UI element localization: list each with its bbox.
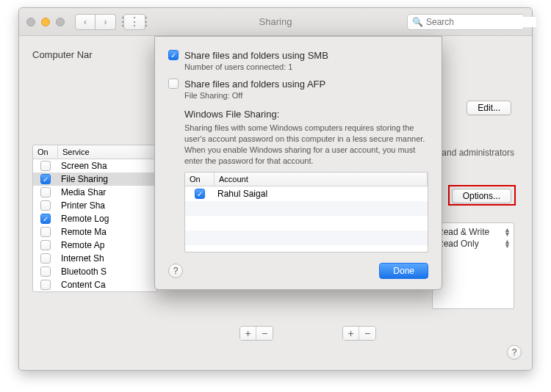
afp-subtext: File Sharing: Off [184,91,428,100]
service-row[interactable]: Remote Ma [33,225,156,239]
edit-button[interactable]: Edit... [467,101,511,115]
permissions-list[interactable]: Read & Write ▲▼ Read Only ▲▼ [432,222,514,309]
service-checkbox[interactable] [40,266,51,277]
account-checkbox[interactable]: ✓ [195,189,205,199]
service-checkbox[interactable] [40,280,51,290]
col-account: Account [215,173,428,186]
service-row[interactable]: Content Ca [33,278,156,291]
smb-label: Share files and folders using SMB [184,50,328,61]
service-row[interactable]: Media Shar [33,186,156,199]
help-icon: ? [512,347,517,357]
minimize-icon[interactable] [41,18,50,26]
service-checkbox[interactable] [40,227,51,237]
traffic-lights [26,18,65,26]
help-button[interactable]: ? [168,264,183,278]
permission-label: Read & Write [437,227,489,237]
remove-button[interactable]: − [256,327,273,340]
account-row-empty [185,201,428,216]
plus-minus-group: + − [240,326,273,341]
smb-checkbox[interactable]: ✓ [168,50,179,60]
service-label: Remote Ap [58,239,156,252]
check-icon: ✓ [43,175,48,184]
accounts-header: On Account [185,173,428,186]
afp-checkbox[interactable] [168,79,179,89]
service-row[interactable]: ✓Remote Log [33,212,156,225]
service-label: Printer Sha [58,199,156,212]
col-on: On [185,173,215,186]
service-label: Remote Log [58,212,156,225]
search-icon: 🔍 [412,17,423,27]
computer-name-label: Computer Nar [32,49,93,60]
service-checkbox[interactable]: ✓ [40,214,51,224]
permission-row[interactable]: Read & Write ▲▼ [437,226,509,238]
col-on: On [33,145,58,159]
service-checkbox[interactable] [40,240,51,250]
plus-icon: + [245,327,251,339]
sharing-window: ‹ › ⋮⋮⋮ Sharing 🔍 Computer Nar Edit... O… [18,7,533,371]
account-name: Rahul Saigal [215,189,428,199]
show-all-button[interactable]: ⋮⋮⋮ [123,14,145,30]
add-button[interactable]: + [240,327,256,340]
back-button[interactable]: ‹ [75,14,96,30]
help-icon: ? [173,266,179,276]
stepper-icon[interactable]: ▲▼ [504,228,509,236]
search-field-wrap[interactable]: 🔍 [407,14,525,30]
service-label: Media Shar [58,186,156,199]
options-button[interactable]: Options... [452,189,511,203]
close-icon[interactable] [26,18,35,26]
afp-label: Share files and folders using AFP [184,79,325,90]
account-row-empty [185,216,428,231]
service-row[interactable]: ✓File Sharing [33,173,156,186]
wfs-description: Sharing files with some Windows computer… [184,123,428,166]
service-checkbox[interactable] [40,187,51,197]
account-row-empty [185,231,428,245]
chevron-right-icon: › [104,17,107,27]
add-button[interactable]: + [343,327,359,340]
minus-icon: − [364,327,370,339]
service-checkbox[interactable]: ✓ [40,174,51,184]
service-label: File Sharing [58,173,156,186]
service-row[interactable]: Remote Ap [33,239,156,252]
accounts-table: On Account ✓ Rahul Saigal [184,172,428,253]
services-header: On Service [33,145,156,159]
plus-minus-group: + − [342,326,376,341]
service-checkbox[interactable] [40,161,51,171]
service-row[interactable]: Screen Sha [33,159,156,173]
titlebar: ‹ › ⋮⋮⋮ Sharing 🔍 [19,8,532,36]
forward-button[interactable]: › [96,14,116,30]
service-label: Remote Ma [58,225,156,239]
smb-row[interactable]: ✓ Share files and folders using SMB [168,50,428,61]
stepper-icon[interactable]: ▲▼ [504,239,509,248]
smb-subtext: Number of users connected: 1 [184,62,428,71]
check-icon: ✓ [170,51,176,59]
account-row[interactable]: ✓ Rahul Saigal [185,186,428,201]
service-row[interactable]: Internet Sh [33,252,156,265]
chevron-left-icon: ‹ [84,17,87,27]
service-row[interactable]: Bluetooth S [33,265,156,278]
help-button[interactable]: ? [507,345,522,360]
check-icon: ✓ [43,215,48,223]
done-button[interactable]: Done [379,263,428,279]
admins-text: and administrators [442,148,514,158]
sheet-footer: ? Done [168,263,428,279]
services-list: On Service Screen Sha✓File SharingMedia … [32,145,157,292]
wfs-title: Windows File Sharing: [184,109,428,120]
service-checkbox[interactable] [40,200,51,211]
col-service: Service [58,145,156,159]
service-checkbox[interactable] [40,253,51,264]
plus-icon: + [347,327,353,339]
service-row[interactable]: Printer Sha [33,199,156,212]
zoom-icon[interactable] [56,18,65,26]
permission-label: Read Only [437,239,479,249]
grid-icon: ⋮⋮⋮ [117,15,152,29]
remove-button[interactable]: − [359,327,375,340]
nav-segmented: ‹ › [75,14,116,30]
afp-row[interactable]: Share files and folders using AFP [168,79,428,90]
permission-row[interactable]: Read Only ▲▼ [437,238,509,250]
service-label: Bluetooth S [58,265,156,278]
search-input[interactable] [426,17,536,27]
check-icon: ✓ [197,190,203,198]
service-label: Content Ca [58,278,156,291]
options-sheet: ✓ Share files and folders using SMB Numb… [154,36,442,290]
service-label: Screen Sha [58,159,156,173]
